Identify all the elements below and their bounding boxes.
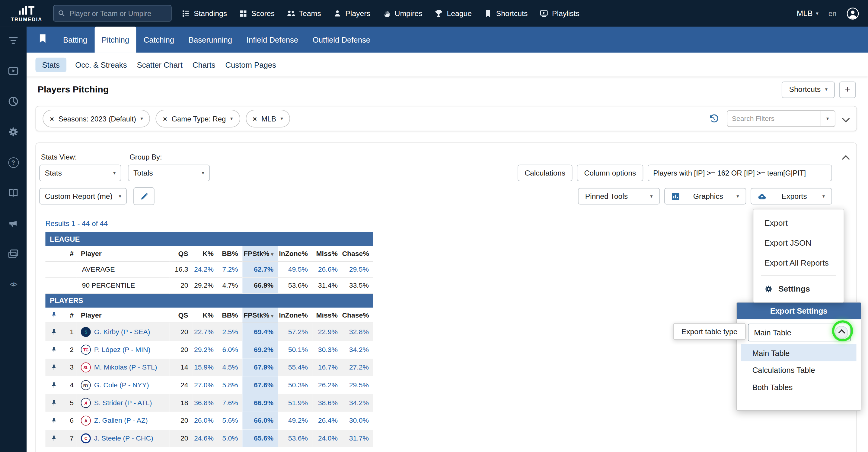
stat-inzone[interactable]: 57.2%: [278, 323, 312, 341]
player-link[interactable]: P. López (P - MIN): [94, 346, 150, 354]
stat-inzone[interactable]: 49.5%: [278, 261, 312, 277]
stat-chase[interactable]: 27.2%: [342, 359, 373, 376]
restore-history-icon[interactable]: [709, 113, 719, 124]
exports-button[interactable]: Exports ▾: [751, 188, 832, 204]
graphics-button[interactable]: Graphics ▾: [664, 188, 746, 204]
stat-fpstk[interactable]: 67.6%: [242, 376, 278, 394]
stat-bb[interactable]: 7.2%: [218, 261, 243, 277]
stat-bb[interactable]: 7.6%: [218, 394, 243, 412]
stat-miss[interactable]: 24.0%: [312, 430, 342, 448]
megaphone-icon[interactable]: [8, 218, 19, 229]
stat-fpstk[interactable]: 65.6%: [242, 430, 278, 448]
tab-batting[interactable]: Batting: [56, 27, 94, 53]
col-bb[interactable]: BB%: [218, 246, 243, 261]
search-filters-input[interactable]: [727, 115, 820, 123]
stat-inzone[interactable]: 49.2%: [278, 412, 312, 430]
table-row[interactable]: 6 AZ. Gallen (P - AZ) 20 26.0% 5.6% 66.0…: [45, 412, 373, 430]
stat-bb[interactable]: 5.0%: [218, 430, 243, 448]
col-miss[interactable]: Miss%: [312, 246, 342, 261]
filter-chip-seasons[interactable]: × Seasons: 2023 (Default) ▾: [42, 110, 150, 128]
league-selector[interactable]: MLB ▾: [797, 9, 818, 18]
remove-filter-icon[interactable]: ×: [50, 114, 54, 123]
stat-inzone[interactable]: 53.6%: [278, 430, 312, 448]
video-icon[interactable]: [8, 65, 19, 77]
col-player[interactable]: Player: [76, 308, 169, 323]
stat-chase[interactable]: 32.8%: [342, 323, 373, 341]
col-bb[interactable]: BB%: [218, 308, 243, 323]
stat-fpstk[interactable]: 62.7%: [242, 261, 278, 277]
filter-chip-league[interactable]: × MLB ▾: [245, 110, 290, 128]
stat-miss[interactable]: 30.3%: [312, 341, 342, 359]
stat-chase[interactable]: 30.0%: [342, 412, 373, 430]
player-link[interactable]: M. Mikolas (P - STL): [94, 364, 157, 371]
col-player[interactable]: Player: [76, 246, 169, 261]
tab-baserunning[interactable]: Baserunning: [181, 27, 239, 53]
stat-bb[interactable]: 6.0%: [218, 341, 243, 359]
column-options-button[interactable]: Column options: [577, 165, 644, 181]
stat-fpstk[interactable]: 66.0%: [242, 412, 278, 430]
stat-k[interactable]: 29.2%: [192, 341, 218, 359]
pin-icon[interactable]: [45, 417, 62, 424]
trumedia-logo[interactable]: TRUMEDIA: [0, 5, 53, 22]
nav-item-teams[interactable]: Teams: [287, 9, 321, 18]
nav-item-league[interactable]: League: [435, 9, 472, 18]
col-miss[interactable]: Miss%: [312, 308, 342, 323]
pin-icon[interactable]: [45, 346, 62, 353]
global-search[interactable]: [53, 5, 172, 22]
table-row[interactable]: 2 TCP. López (P - MIN) 20 29.2% 6.0% 69.…: [45, 341, 373, 359]
profile-avatar[interactable]: [846, 7, 859, 20]
tab-charts[interactable]: Charts: [191, 57, 216, 72]
gear-icon[interactable]: [8, 126, 19, 138]
tab-outfield-defense[interactable]: Outfield Defense: [305, 27, 378, 53]
stat-chase[interactable]: 34.2%: [342, 394, 373, 412]
nav-item-playlists[interactable]: Playlists: [540, 9, 580, 18]
search-input[interactable]: [68, 8, 166, 18]
stat-fpstk[interactable]: 67.9%: [242, 359, 278, 376]
tab-infield-defense[interactable]: Infield Defense: [239, 27, 305, 53]
nav-item-umpires[interactable]: Umpires: [382, 9, 423, 18]
col-inzone[interactable]: InZone%: [278, 308, 312, 323]
stat-chase[interactable]: 31.7%: [342, 430, 373, 448]
stat-k[interactable]: 24.6%: [192, 430, 218, 448]
menu-item-settings[interactable]: Settings: [753, 279, 843, 299]
remove-filter-icon[interactable]: ×: [163, 114, 167, 123]
col-k[interactable]: K%: [192, 246, 218, 261]
custom-report-select[interactable]: Custom Report (me) ▾: [39, 188, 127, 204]
tab-occ-streaks[interactable]: Occ. & Streaks: [74, 57, 128, 72]
stat-chase[interactable]: 34.2%: [342, 341, 373, 359]
code-icon[interactable]: </>: [8, 279, 19, 290]
player-link[interactable]: Z. Gallen (P - AZ): [94, 417, 148, 424]
edit-report-button[interactable]: [133, 187, 155, 205]
nav-item-scores[interactable]: Scores: [239, 9, 274, 18]
col-fpstk[interactable]: FPStk%▾: [242, 308, 278, 323]
tab-stats[interactable]: Stats: [35, 57, 66, 72]
stat-miss[interactable]: 26.4%: [312, 412, 342, 430]
search-filters-dropdown[interactable]: ▾: [820, 111, 835, 126]
tab-scatter-chart[interactable]: Scatter Chart: [136, 57, 184, 72]
stat-inzone[interactable]: 51.9%: [278, 394, 312, 412]
tab-pitching[interactable]: Pitching: [94, 27, 136, 53]
remove-filter-icon[interactable]: ×: [253, 114, 257, 123]
bookmark-icon[interactable]: [39, 34, 46, 46]
col-qs[interactable]: QS: [169, 246, 192, 261]
option-calculations-table[interactable]: Calculations Table: [741, 361, 857, 378]
stat-inzone[interactable]: 50.1%: [278, 341, 312, 359]
player-link[interactable]: G. Kirby (P - SEA): [94, 328, 150, 336]
search-filters-combo[interactable]: ▾: [727, 110, 835, 127]
pin-icon[interactable]: [45, 399, 62, 407]
collapse-panel-chevron-icon[interactable]: [842, 155, 850, 163]
col-inzone[interactable]: InZone%: [278, 246, 312, 261]
stat-bb[interactable]: 5.6%: [218, 412, 243, 430]
nav-item-players[interactable]: Players: [333, 9, 370, 18]
player-link[interactable]: S. Strider (P - ATL): [94, 399, 152, 407]
stat-bb[interactable]: 4.5%: [218, 359, 243, 376]
player-link[interactable]: G. Cole (P - NYY): [94, 381, 149, 389]
option-main-table[interactable]: Main Table: [741, 344, 857, 361]
col-chase[interactable]: Chase%: [342, 246, 373, 261]
book-icon[interactable]: [8, 187, 19, 198]
tab-custom-pages[interactable]: Custom Pages: [224, 57, 277, 72]
stat-miss[interactable]: 16.7%: [312, 359, 342, 376]
collapse-dropdown-button[interactable]: [835, 326, 848, 339]
filter-chip-game-type[interactable]: × Game Type: Reg ▾: [156, 110, 240, 128]
table-row[interactable]: 7 CJ. Steele (P - CHC) 20 24.6% 5.0% 65.…: [45, 430, 373, 448]
